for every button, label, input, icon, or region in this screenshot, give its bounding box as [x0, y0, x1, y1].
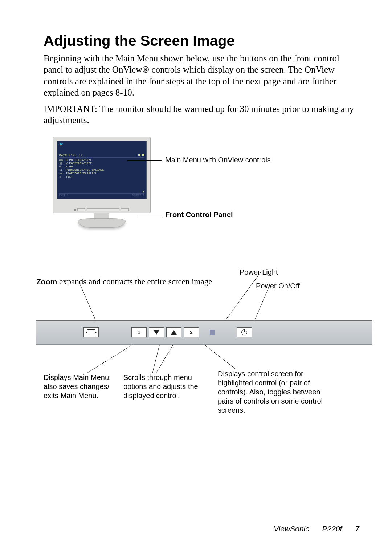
power-led-icon [210, 330, 215, 335]
page-heading: Adjusting the Screen Image [44, 33, 359, 49]
svg-line-0 [80, 284, 98, 326]
osd-item: PINCUSHION/PIN BALANCE [66, 168, 104, 171]
menu-button-1[interactable]: 1 [131, 327, 147, 337]
monitor-stand [94, 213, 109, 218]
power-button[interactable] [237, 327, 252, 337]
callout-line [138, 215, 162, 215]
osd-title: MAIN MENU (1) [59, 154, 84, 157]
important-note: IMPORTANT: The monitor should be warmed … [44, 103, 359, 126]
footer-page: 7 [355, 524, 359, 533]
control-panel-bar: 1 2 [36, 320, 372, 345]
scroll-down-icon: ▼ [143, 190, 144, 193]
label-power-light: Power Light [240, 268, 278, 277]
menu-button-2[interactable]: 2 [184, 327, 199, 337]
monitor-buttons-strip [74, 208, 129, 211]
callout-frontpanel: Front Control Panel [165, 211, 233, 219]
osd-exit: EXIT:1 [59, 194, 68, 197]
footer-brand: ViewSonic [274, 524, 309, 533]
osd-item: TILT [66, 175, 73, 178]
label-power-onoff: Power On/Off [256, 281, 300, 291]
zoom-icon [87, 329, 95, 335]
osd-item: ZOOM [66, 165, 73, 168]
label-arrows-desc: Scrolls through menu options and adjusts… [123, 373, 200, 400]
down-button[interactable] [149, 327, 164, 337]
front-control-panel-diagram: Power Light Power On/Off Zoom expands an… [44, 264, 359, 417]
callout-mainmenu: Main Menu with OnView controls [165, 156, 271, 164]
osd-item: TRAPEZOID/PARALLEL [66, 171, 97, 175]
triangle-down-icon [154, 330, 159, 335]
label-btn2-desc: Displays control screen for highlighted … [218, 369, 327, 415]
monitor-base [78, 218, 126, 228]
osd-item: V.POSITION/SIZE [66, 162, 92, 165]
label-btn1-desc: Displays Main Menu; also saves changes/ … [44, 373, 120, 400]
power-icon [241, 329, 247, 335]
footer-model: P220f [322, 524, 342, 533]
osd-select: SELECT:2 [132, 194, 144, 197]
monitor-frame: 🐦 MAIN MENU (1) ▭▭H.POSITION/SIZE ▯▯V.PO… [53, 137, 151, 213]
callout-line [127, 160, 162, 161]
zoom-button[interactable] [83, 327, 99, 337]
intro-paragraph: Beginning with the Main Menu shown below… [44, 53, 359, 98]
triangle-up-icon [171, 330, 177, 335]
monitor-diagram: 🐦 MAIN MENU (1) ▭▭H.POSITION/SIZE ▯▯V.PO… [44, 137, 359, 246]
brand-logo-icon: 🐦 [59, 143, 144, 154]
monitor: 🐦 MAIN MENU (1) ▭▭H.POSITION/SIZE ▯▯V.PO… [53, 137, 151, 228]
monitor-screen: 🐦 MAIN MENU (1) ▭▭H.POSITION/SIZE ▯▯V.PO… [57, 141, 147, 199]
page-footer: ViewSonic P220f 7 [274, 524, 359, 533]
up-button[interactable] [166, 327, 181, 337]
label-zoom: Zoom expands and contracts the entire sc… [36, 277, 254, 287]
osd-item: H.POSITION/SIZE [66, 158, 92, 162]
